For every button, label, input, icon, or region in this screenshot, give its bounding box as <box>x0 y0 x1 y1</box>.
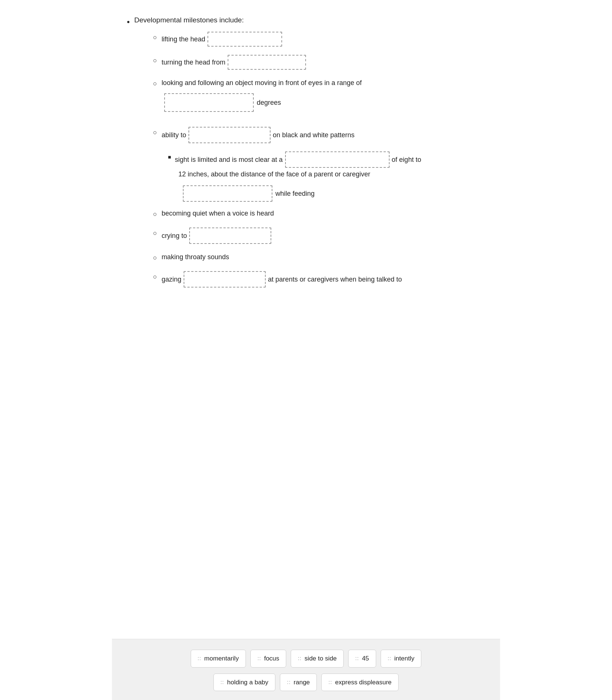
chip-express-label: express displeasure <box>335 678 391 687</box>
sub-item-gazing: ○ gazing at parents or caregivers when b… <box>153 271 485 288</box>
chip-intently-label: intently <box>394 654 415 663</box>
sub-circle-becoming: ○ <box>153 209 157 219</box>
sub-item-turning: ○ turning the head from <box>153 55 485 70</box>
chip-momentarily[interactable]: :: momentarily <box>191 650 246 668</box>
sub-text-crying: crying to <box>162 227 271 244</box>
turning-prefix: turning the head from <box>162 57 225 68</box>
toolbar-row-2: :: holding a baby :: range :: express di… <box>213 674 399 691</box>
chip-momentarily-label: momentarily <box>204 654 239 663</box>
sub-sub-list: ■ sight is limited and is most clear at … <box>168 151 485 202</box>
sight-blank-box[interactable] <box>285 151 390 168</box>
degrees-blank-box[interactable] <box>164 93 254 112</box>
sub-list: ○ lifting the head ○ turning the head fr… <box>153 32 485 288</box>
while-feeding-row: while feeding <box>183 185 485 202</box>
sub-text-throaty: making throaty sounds <box>162 252 229 262</box>
chip-45-label: 45 <box>362 654 369 663</box>
gazing-prefix: gazing <box>162 274 181 285</box>
chip-focus[interactable]: :: focus <box>250 650 286 668</box>
sub-text-lifting: lifting the head <box>162 32 282 47</box>
gazing-suffix: at parents or caregivers when being talk… <box>268 274 402 285</box>
main-bullet-label: Developmental milestones include: <box>134 15 244 26</box>
turning-blank-box[interactable] <box>228 55 306 70</box>
chip-holding-a-baby[interactable]: :: holding a baby <box>213 674 275 691</box>
crying-blank-box[interactable] <box>189 227 271 244</box>
sub-circle-crying: ○ <box>153 228 157 238</box>
chip-focus-label: focus <box>264 654 280 663</box>
lifting-prefix: lifting the head <box>162 34 205 44</box>
bottom-toolbar: :: momentarily :: focus :: side to side … <box>112 639 500 700</box>
lifting-blank-box[interactable] <box>207 32 282 47</box>
drag-icon-45: :: <box>355 655 359 662</box>
page-wrapper: • Developmental milestones include: ○ li… <box>112 0 500 700</box>
gazing-blank-box[interactable] <box>184 271 266 288</box>
drag-icon-holding: :: <box>221 678 224 686</box>
chip-holding-label: holding a baby <box>227 678 268 687</box>
sub-circle-turning: ○ <box>153 56 157 66</box>
drag-icon-range: :: <box>287 678 291 686</box>
crying-prefix: crying to <box>162 231 187 241</box>
chip-intently[interactable]: :: intently <box>381 650 422 668</box>
sub-circle-looking: ○ <box>153 79 157 89</box>
drag-icon-express: :: <box>328 678 332 686</box>
content-area: • Developmental milestones include: ○ li… <box>112 0 500 639</box>
ability-suffix: on black and white patterns <box>273 130 355 140</box>
sub-item-throaty: ○ making throaty sounds <box>153 252 485 263</box>
drag-icon-side-to-side: :: <box>298 655 302 662</box>
bullet-dot-main: • <box>127 16 130 28</box>
sub-text-gazing: gazing at parents or caregivers when bei… <box>162 271 402 288</box>
sub-sub-item-sight: ■ sight is limited and is most clear at … <box>168 151 485 168</box>
drag-icon-momentarily: :: <box>198 655 202 662</box>
sub-item-looking: ○ looking and following an object moving… <box>153 78 485 119</box>
sight-suffix: of eight to <box>392 155 421 165</box>
sub-sub-text-sight: sight is limited and is most clear at a … <box>175 151 421 168</box>
chip-express-displeasure[interactable]: :: express displeasure <box>321 674 399 691</box>
sub-circle-ability: ○ <box>153 128 157 138</box>
chip-side-to-side-label: side to side <box>305 654 337 663</box>
sub-item-lifting: ○ lifting the head <box>153 32 485 47</box>
chip-range-label: range <box>294 678 310 687</box>
throaty-label: making throaty sounds <box>162 252 229 262</box>
sub-text-looking: looking and following an object moving i… <box>162 78 362 88</box>
sub-text-becoming: becoming quiet when a voice is heard <box>162 208 274 219</box>
while-feeding-blank-box[interactable] <box>183 185 272 202</box>
degrees-label: degrees <box>257 98 281 108</box>
while-feeding-label: while feeding <box>275 189 315 199</box>
sub-item-crying: ○ crying to <box>153 227 485 244</box>
sight-prefix: sight is limited and is most clear at a <box>175 155 282 165</box>
sub-text-turning: turning the head from <box>162 55 306 70</box>
sub-text-ability: ability to on black and white patterns <box>162 127 355 143</box>
ability-blank-box[interactable] <box>188 127 271 143</box>
chip-45[interactable]: :: 45 <box>348 650 376 668</box>
sub-circle-lifting: ○ <box>153 32 157 43</box>
sub-item-becoming: ○ becoming quiet when a voice is heard <box>153 208 485 219</box>
sub-circle-gazing: ○ <box>153 272 157 282</box>
sub-circle-throaty: ○ <box>153 253 157 263</box>
chip-side-to-side[interactable]: :: side to side <box>291 650 344 668</box>
becoming-label: becoming quiet when a voice is heard <box>162 208 274 219</box>
square-bullet-sight: ■ <box>168 153 171 161</box>
continuation-text: 12 inches, about the distance of the fac… <box>178 169 485 179</box>
drag-icon-focus: :: <box>257 655 261 662</box>
chip-range[interactable]: :: range <box>280 674 317 691</box>
ability-prefix: ability to <box>162 130 186 140</box>
toolbar-row-1: :: momentarily :: focus :: side to side … <box>191 650 422 668</box>
sub-item-ability: ○ ability to on black and white patterns <box>153 127 485 143</box>
drag-icon-intently: :: <box>388 655 391 662</box>
main-bullet: • Developmental milestones include: <box>127 15 485 28</box>
